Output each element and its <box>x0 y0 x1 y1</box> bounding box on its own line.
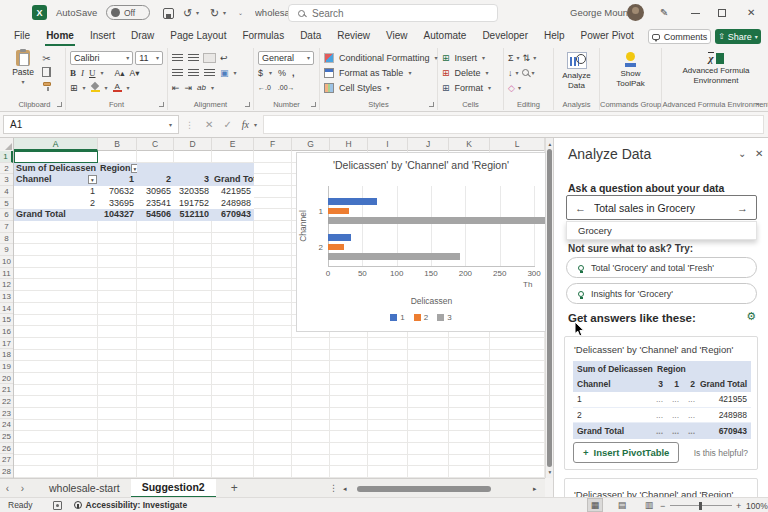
minimize-icon[interactable] <box>691 13 700 14</box>
ribbon-tab[interactable]: Data <box>292 26 329 46</box>
row-header[interactable]: 12 <box>0 279 13 291</box>
column-header[interactable]: G <box>292 138 330 151</box>
ribbon-tab[interactable]: File <box>6 26 38 46</box>
column-header[interactable]: I <box>368 138 408 151</box>
column-header[interactable]: D <box>174 138 212 151</box>
format-as-table-button[interactable]: Format as Table ▾ <box>324 65 433 80</box>
formula-input[interactable] <box>263 115 764 134</box>
add-sheet-button[interactable]: + <box>231 481 238 495</box>
vertical-scrollbar[interactable]: ▴ ▾ <box>545 138 553 478</box>
align-middle-button[interactable] <box>188 54 199 62</box>
pane-collapse-icon[interactable]: ⌄ <box>738 148 746 159</box>
column-header[interactable]: K <box>449 138 490 151</box>
sort-filter-button[interactable]: ⇅ <box>523 53 531 63</box>
column-header[interactable]: H <box>330 138 368 151</box>
insert-function-icon[interactable]: fx <box>242 119 249 130</box>
show-toolpak-button[interactable]: Show ToolPak <box>604 50 657 88</box>
pane-close-icon[interactable]: ✕ <box>755 148 763 159</box>
save-icon[interactable] <box>163 8 174 19</box>
font-size-combo[interactable]: 11 ▾ <box>135 51 163 65</box>
align-left-button[interactable] <box>172 69 183 77</box>
number-dialog-launcher-icon[interactable] <box>311 102 316 107</box>
ribbon-tab[interactable]: Insert <box>82 26 123 46</box>
alignment-dialog-launcher-icon[interactable] <box>245 102 250 107</box>
underline-button[interactable]: U <box>89 68 96 78</box>
answer-card-2[interactable]: 'Delicassen' by 'Channel' and 'Region' <box>564 478 758 497</box>
cancel-entry-icon[interactable]: ✕ <box>205 119 213 130</box>
borders-button[interactable]: ⊞ <box>70 83 78 93</box>
column-header[interactable]: A <box>14 138 98 151</box>
delete-cells-button[interactable]: ⊞ Delete ▾ <box>442 65 499 80</box>
undo-dropdown-icon[interactable]: ▾ <box>196 0 199 26</box>
pen-mode-icon[interactable]: ✎ <box>660 0 668 26</box>
normal-view-icon[interactable]: ▦ <box>588 499 602 511</box>
autosum-button[interactable]: Σ <box>508 53 514 63</box>
column-header[interactable]: J <box>408 138 449 151</box>
decrease-indent-button[interactable]: ⇤ <box>172 83 180 93</box>
row-header[interactable]: 25 <box>0 431 13 443</box>
row-header[interactable]: 20 <box>0 373 13 385</box>
merge-dropdown-icon[interactable]: ▾ <box>234 69 237 76</box>
accounting-dropdown-icon[interactable]: ▾ <box>269 69 272 76</box>
underline-dropdown-icon[interactable]: ▾ <box>101 69 104 76</box>
ribbon-tab[interactable]: Developer <box>474 26 536 46</box>
ribbon-tab[interactable]: View <box>378 26 416 46</box>
row-header[interactable]: 18 <box>0 349 13 361</box>
row-header[interactable]: 15 <box>0 314 13 326</box>
ribbon-tab[interactable]: Home <box>38 26 82 46</box>
comma-style-button[interactable]: , <box>292 68 295 78</box>
suggestion-pill[interactable]: Total 'Grocery' and total 'Fresh' <box>566 257 757 278</box>
conditional-formatting-button[interactable]: Conditional Formatting ▾ <box>324 50 433 65</box>
row-header[interactable]: 16 <box>0 326 13 338</box>
clear-dropdown-icon[interactable]: ▾ <box>518 84 521 91</box>
query-submit-icon[interactable]: → <box>737 202 748 214</box>
ribbon-tab[interactable]: Automate <box>416 26 475 46</box>
query-suggestion-dropdown[interactable]: Grocery <box>566 221 757 240</box>
ribbon-tab[interactable]: Page Layout <box>162 26 234 46</box>
copy-icon[interactable] <box>42 67 51 77</box>
row-header[interactable]: 23 <box>0 408 13 420</box>
redo-icon[interactable]: ↻ <box>210 0 219 26</box>
fill-color-dropdown-icon[interactable]: ▾ <box>105 84 108 91</box>
borders-dropdown-icon[interactable]: ▾ <box>83 84 86 91</box>
undo-icon[interactable]: ↺ <box>183 0 192 26</box>
next-sheet-icon[interactable]: › <box>15 483 30 494</box>
macro-record-icon[interactable] <box>53 501 62 510</box>
is-this-helpful-link[interactable]: Is this helpful? <box>694 448 748 458</box>
row-header[interactable]: 26 <box>0 443 13 455</box>
increase-indent-button[interactable]: ⇥ <box>185 83 193 93</box>
insert-pivottable-button[interactable]: + Insert PivotTable <box>573 442 679 463</box>
ribbon-tab[interactable]: Power Pivot <box>573 26 642 46</box>
tabbar-options-icon[interactable]: ⋮ <box>329 483 338 493</box>
search-box[interactable]: Search <box>288 4 498 22</box>
insert-cells-button[interactable]: ⊞ Insert ▾ <box>442 50 499 65</box>
page-layout-view-icon[interactable]: ▤ <box>615 499 629 511</box>
formula-dropdown-icon[interactable]: ▾ <box>254 121 257 128</box>
percent-style-button[interactable]: % <box>278 68 286 78</box>
row-header[interactable]: 28 <box>0 466 13 478</box>
page-break-view-icon[interactable]: ▥ <box>642 499 656 511</box>
confirm-entry-icon[interactable]: ✓ <box>223 119 231 130</box>
row-header[interactable]: 13 <box>0 291 13 303</box>
gear-icon[interactable]: ⚙ <box>746 310 756 323</box>
merge-center-button[interactable]: ▣ <box>220 68 229 78</box>
row-header[interactable]: 5 <box>0 198 13 210</box>
row-header[interactable]: 11 <box>0 268 13 280</box>
align-bottom-button[interactable] <box>204 54 215 62</box>
pivot-table[interactable]: Sum of Delicassen Region▾ Channel▾ 1 2 3… <box>14 163 254 221</box>
align-top-button[interactable] <box>172 54 183 62</box>
find-select-icon[interactable] <box>522 69 529 76</box>
quick-access-chevron-icon[interactable]: ⌄ <box>238 0 243 26</box>
increase-decimal-button[interactable]: ←.0 <box>258 84 271 91</box>
analyze-data-button[interactable]: Analyze Data <box>558 50 595 90</box>
column-header[interactable]: B <box>98 138 137 151</box>
format-painter-icon[interactable] <box>43 82 51 86</box>
select-all-corner[interactable] <box>0 138 14 151</box>
zoom-out-icon[interactable]: − <box>660 501 665 511</box>
pivot-chart[interactable]: 'Delicassen' by 'Channel' and 'Region' 0… <box>296 152 546 332</box>
suggestion-pill[interactable]: Insights for 'Grocery' <box>566 283 757 304</box>
advanced-formula-environment-button[interactable]: χ Advanced Formula Environment <box>666 50 766 85</box>
zoom-slider-thumb[interactable] <box>699 502 702 510</box>
channel-filter-icon[interactable]: ▾ <box>88 175 97 184</box>
ribbon-tab[interactable]: Draw <box>123 26 162 46</box>
